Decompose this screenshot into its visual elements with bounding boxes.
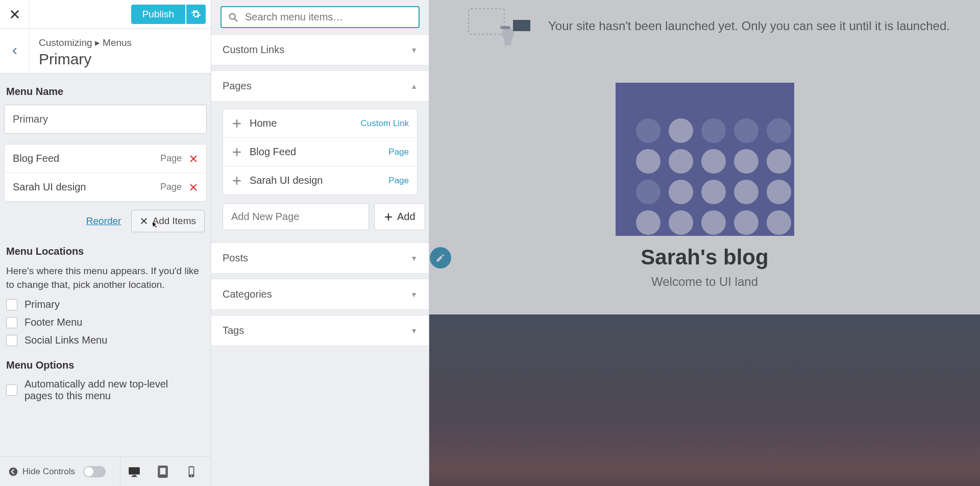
chevron-down-icon: ▼	[410, 290, 418, 299]
sidebar-footer: Hide Controls	[0, 456, 211, 486]
menu-item-label: Sarah UI design	[13, 181, 160, 193]
site-tagline: Welcome to UI land	[429, 275, 980, 289]
menu-items-list: Blog Feed Page Sarah UI design Page	[4, 144, 207, 202]
section-label: Tags	[223, 325, 244, 336]
menu-name-label: Menu Name	[6, 86, 207, 98]
search-input[interactable]	[245, 11, 412, 23]
search-menu-items[interactable]	[220, 6, 420, 28]
remove-menu-item-button[interactable]	[189, 154, 198, 163]
auto-add-label: Automatically add new top-level pages to…	[24, 378, 198, 402]
hide-controls-button[interactable]: Hide Controls	[0, 457, 114, 486]
plus-icon	[231, 147, 242, 158]
sidebar-topbar: Publish	[0, 0, 211, 29]
controls-toggle[interactable]	[83, 466, 106, 477]
section-label: Custom Links	[223, 44, 284, 56]
page-type: Page	[388, 176, 409, 186]
location-checkbox-primary[interactable]	[6, 299, 17, 310]
section-label: Pages	[223, 80, 252, 92]
page-name: Blog Feed	[250, 146, 388, 158]
close-customizer-button[interactable]	[0, 0, 30, 29]
add-new-page-input[interactable]	[223, 203, 369, 230]
page-type: Page	[388, 147, 409, 157]
menu-item-row[interactable]: Blog Feed Page	[5, 144, 206, 173]
chevron-down-icon: ▼	[410, 327, 418, 335]
svg-rect-3	[132, 476, 137, 477]
section-tags[interactable]: Tags ▼	[211, 315, 429, 346]
svg-rect-12	[469, 9, 504, 34]
location-label: Social Links Menu	[24, 334, 107, 346]
menu-locations-desc: Here's where this menu appears. If you'd…	[6, 264, 205, 291]
auto-add-checkbox[interactable]	[6, 384, 17, 396]
location-label: Footer Menu	[24, 317, 82, 328]
section-label: Posts	[223, 252, 248, 264]
site-logo	[616, 83, 794, 236]
section-categories[interactable]: Categories ▼	[211, 279, 429, 310]
breadcrumb: Customizing ▸ Menus Primary	[0, 29, 211, 74]
menu-options-heading: Menu Options	[6, 359, 207, 371]
add-items-panel: Custom Links ▼ Pages ▲ Home Custom Link …	[211, 0, 429, 486]
page-name: Sarah UI design	[250, 175, 388, 186]
location-checkbox-footer[interactable]	[6, 317, 17, 328]
svg-point-0	[9, 467, 18, 476]
add-btn-label: Add	[397, 211, 415, 223]
add-items-button[interactable]: Add Items	[131, 210, 205, 232]
chevron-down-icon: ▼	[410, 46, 418, 54]
available-page-row[interactable]: Sarah UI design Page	[223, 166, 417, 195]
svg-rect-15	[513, 20, 530, 31]
add-items-label: Add Items	[152, 215, 196, 227]
plus-icon	[384, 212, 393, 222]
close-icon	[140, 217, 148, 225]
menu-name-input[interactable]	[4, 105, 207, 134]
pencil-icon	[435, 253, 446, 263]
remove-menu-item-button[interactable]	[189, 183, 198, 192]
back-button[interactable]	[0, 29, 30, 74]
plus-icon	[231, 118, 242, 129]
section-custom-links[interactable]: Custom Links ▼	[211, 34, 429, 65]
section-label: Categories	[223, 288, 272, 300]
svg-rect-9	[189, 467, 193, 474]
launch-notice: Your site hasn't been launched yet. Only…	[429, 0, 980, 52]
available-page-row[interactable]: Blog Feed Page	[223, 138, 417, 166]
tablet-icon[interactable]	[156, 465, 169, 478]
search-icon	[228, 12, 239, 23]
close-icon	[189, 154, 198, 163]
breadcrumb-path[interactable]: Customizing ▸ Menus	[39, 37, 132, 48]
section-pages[interactable]: Pages ▲	[211, 70, 429, 102]
close-icon	[189, 183, 198, 192]
breadcrumb-title: Primary	[39, 51, 132, 68]
menu-item-type: Page	[160, 182, 182, 192]
collapse-icon	[8, 467, 18, 477]
publish-button[interactable]: Publish	[131, 5, 185, 24]
section-pages-body: Home Custom Link Blog Feed Page Sarah UI…	[211, 102, 429, 237]
menu-item-type: Page	[160, 153, 182, 164]
desktop-icon[interactable]	[128, 465, 141, 478]
hide-controls-label: Hide Controls	[22, 467, 75, 477]
mobile-icon[interactable]	[185, 465, 198, 478]
close-icon	[9, 9, 20, 20]
svg-rect-16	[500, 26, 510, 29]
location-checkbox-social[interactable]	[6, 335, 17, 346]
svg-rect-7	[160, 468, 166, 474]
publish-settings-button[interactable]	[186, 5, 206, 24]
menu-item-label: Blog Feed	[13, 153, 160, 164]
location-label: Primary	[24, 299, 60, 310]
site-preview: Your site hasn't been launched yet. Only…	[429, 0, 980, 486]
svg-rect-14	[504, 37, 511, 45]
reorder-link[interactable]: Reorder	[86, 215, 121, 227]
section-posts[interactable]: Posts ▼	[211, 242, 429, 274]
notice-illustration	[459, 6, 536, 46]
menu-item-row[interactable]: Sarah UI design Page	[5, 173, 206, 201]
add-new-page-button[interactable]: Add	[374, 203, 425, 230]
site-title: Sarah's blog	[429, 245, 980, 270]
available-page-row[interactable]: Home Custom Link	[223, 109, 417, 138]
svg-point-10	[191, 475, 192, 476]
chevron-left-icon	[10, 46, 19, 56]
notice-text: Your site hasn't been launched yet. Only…	[548, 19, 950, 33]
plus-icon	[231, 175, 242, 186]
menu-locations-heading: Menu Locations	[6, 246, 207, 257]
page-type: Custom Link	[361, 118, 409, 129]
page-name: Home	[250, 117, 361, 129]
svg-rect-1	[129, 467, 140, 474]
svg-rect-2	[133, 475, 136, 476]
edit-shortcut-button[interactable]	[430, 247, 451, 269]
